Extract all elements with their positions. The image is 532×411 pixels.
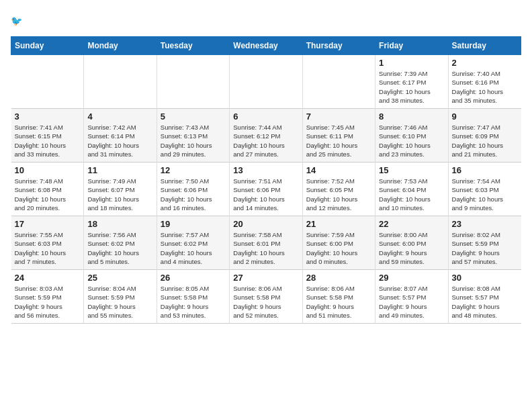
day-info: Sunrise: 7:52 AM Sunset: 6:05 PM Dayligh…	[306, 177, 371, 212]
day-info: Sunrise: 8:06 AM Sunset: 5:58 PM Dayligh…	[306, 284, 371, 320]
day-info: Sunrise: 7:57 AM Sunset: 6:02 PM Dayligh…	[161, 230, 226, 266]
calendar-day: 11Sunrise: 7:49 AM Sunset: 6:07 PM Dayli…	[84, 163, 157, 216]
calendar-day: 15Sunrise: 7:53 AM Sunset: 6:04 PM Dayli…	[375, 163, 448, 216]
day-info: Sunrise: 7:42 AM Sunset: 6:14 PM Dayligh…	[87, 123, 152, 158]
day-number: 6	[233, 111, 298, 122]
calendar-day: 17Sunrise: 7:55 AM Sunset: 6:03 PM Dayli…	[11, 216, 84, 270]
day-info: Sunrise: 7:53 AM Sunset: 6:04 PM Dayligh…	[379, 177, 444, 212]
calendar-day: 8Sunrise: 7:46 AM Sunset: 6:10 PM Daylig…	[375, 109, 448, 163]
day-info: Sunrise: 7:47 AM Sunset: 6:09 PM Dayligh…	[452, 123, 518, 158]
day-info: Sunrise: 7:59 AM Sunset: 6:00 PM Dayligh…	[306, 230, 371, 266]
calendar-day: 14Sunrise: 7:52 AM Sunset: 6:05 PM Dayli…	[302, 163, 375, 216]
day-number: 22	[379, 219, 444, 229]
calendar-day	[11, 55, 84, 109]
calendar-day: 3Sunrise: 7:41 AM Sunset: 6:15 PM Daylig…	[11, 109, 84, 163]
day-number: 11	[87, 165, 152, 175]
day-info: Sunrise: 7:41 AM Sunset: 6:15 PM Dayligh…	[15, 123, 81, 158]
day-number: 4	[87, 111, 152, 122]
day-number: 23	[452, 219, 518, 229]
day-info: Sunrise: 7:55 AM Sunset: 6:03 PM Dayligh…	[15, 230, 81, 266]
calendar-day: 12Sunrise: 7:50 AM Sunset: 6:06 PM Dayli…	[157, 163, 229, 216]
day-info: Sunrise: 7:58 AM Sunset: 6:01 PM Dayligh…	[233, 230, 298, 266]
day-number: 3	[15, 111, 81, 122]
day-number: 21	[306, 219, 371, 229]
weekday-header: Friday	[375, 37, 448, 55]
day-number: 7	[306, 111, 371, 122]
calendar-day: 20Sunrise: 7:58 AM Sunset: 6:01 PM Dayli…	[230, 216, 302, 270]
weekday-header: Wednesday	[230, 37, 302, 55]
calendar-day: 6Sunrise: 7:44 AM Sunset: 6:12 PM Daylig…	[230, 109, 302, 163]
calendar-week-row: 24Sunrise: 8:03 AM Sunset: 5:59 PM Dayli…	[11, 270, 521, 324]
calendar-day	[302, 55, 375, 109]
day-info: Sunrise: 8:04 AM Sunset: 5:59 PM Dayligh…	[87, 284, 152, 320]
day-number: 20	[233, 219, 298, 229]
day-info: Sunrise: 8:05 AM Sunset: 5:58 PM Dayligh…	[161, 284, 226, 320]
page-header: 🐦	[11, 11, 521, 30]
day-number: 13	[233, 165, 298, 175]
day-number: 5	[161, 111, 226, 122]
day-info: Sunrise: 7:54 AM Sunset: 6:03 PM Dayligh…	[452, 177, 518, 212]
calendar-day: 9Sunrise: 7:47 AM Sunset: 6:09 PM Daylig…	[448, 109, 521, 163]
calendar-day	[84, 55, 157, 109]
day-number: 8	[379, 111, 444, 122]
calendar-day: 18Sunrise: 7:56 AM Sunset: 6:02 PM Dayli…	[84, 216, 157, 270]
calendar-day: 28Sunrise: 8:06 AM Sunset: 5:58 PM Dayli…	[302, 270, 375, 324]
calendar-day	[230, 55, 302, 109]
day-number: 9	[452, 111, 518, 122]
day-info: Sunrise: 7:43 AM Sunset: 6:13 PM Dayligh…	[161, 123, 226, 158]
day-number: 2	[452, 58, 518, 68]
day-number: 12	[161, 165, 226, 175]
day-number: 1	[379, 58, 444, 68]
day-info: Sunrise: 8:02 AM Sunset: 5:59 PM Dayligh…	[452, 230, 518, 266]
calendar-day: 7Sunrise: 7:45 AM Sunset: 6:11 PM Daylig…	[302, 109, 375, 163]
day-info: Sunrise: 8:03 AM Sunset: 5:59 PM Dayligh…	[15, 284, 81, 320]
calendar-week-row: 3Sunrise: 7:41 AM Sunset: 6:15 PM Daylig…	[11, 109, 521, 163]
calendar-day: 24Sunrise: 8:03 AM Sunset: 5:59 PM Dayli…	[11, 270, 84, 324]
day-info: Sunrise: 7:56 AM Sunset: 6:02 PM Dayligh…	[87, 230, 152, 266]
weekday-header: Monday	[84, 37, 157, 55]
calendar-week-row: 10Sunrise: 7:48 AM Sunset: 6:08 PM Dayli…	[11, 163, 521, 216]
day-number: 24	[15, 273, 81, 283]
day-number: 28	[306, 273, 371, 283]
calendar-week-row: 1Sunrise: 7:39 AM Sunset: 6:17 PM Daylig…	[11, 55, 521, 109]
day-info: Sunrise: 7:45 AM Sunset: 6:11 PM Dayligh…	[306, 123, 371, 158]
day-info: Sunrise: 8:07 AM Sunset: 5:57 PM Dayligh…	[379, 284, 444, 320]
calendar-day: 21Sunrise: 7:59 AM Sunset: 6:00 PM Dayli…	[302, 216, 375, 270]
calendar-day: 25Sunrise: 8:04 AM Sunset: 5:59 PM Dayli…	[84, 270, 157, 324]
day-info: Sunrise: 7:46 AM Sunset: 6:10 PM Dayligh…	[379, 123, 444, 158]
day-number: 25	[87, 273, 152, 283]
calendar-day: 23Sunrise: 8:02 AM Sunset: 5:59 PM Dayli…	[448, 216, 521, 270]
calendar-table: SundayMondayTuesdayWednesdayThursdayFrid…	[11, 36, 521, 324]
calendar-day: 13Sunrise: 7:51 AM Sunset: 6:06 PM Dayli…	[230, 163, 302, 216]
calendar-day: 27Sunrise: 8:06 AM Sunset: 5:58 PM Dayli…	[230, 270, 302, 324]
calendar-day: 30Sunrise: 8:08 AM Sunset: 5:57 PM Dayli…	[448, 270, 521, 324]
weekday-header-row: SundayMondayTuesdayWednesdayThursdayFrid…	[11, 37, 521, 55]
calendar-day	[157, 55, 229, 109]
weekday-header: Sunday	[11, 37, 84, 55]
day-info: Sunrise: 7:48 AM Sunset: 6:08 PM Dayligh…	[15, 177, 81, 212]
day-info: Sunrise: 8:08 AM Sunset: 5:57 PM Dayligh…	[452, 284, 518, 320]
svg-text:🐦: 🐦	[11, 15, 23, 27]
day-number: 10	[15, 165, 81, 175]
day-number: 17	[15, 219, 81, 229]
weekday-header: Tuesday	[157, 37, 229, 55]
day-number: 27	[233, 273, 298, 283]
day-number: 30	[452, 273, 518, 283]
day-number: 16	[452, 165, 518, 175]
logo-icon: 🐦	[11, 11, 31, 30]
calendar-day: 2Sunrise: 7:40 AM Sunset: 6:16 PM Daylig…	[448, 55, 521, 109]
calendar-day: 16Sunrise: 7:54 AM Sunset: 6:03 PM Dayli…	[448, 163, 521, 216]
calendar-day: 29Sunrise: 8:07 AM Sunset: 5:57 PM Dayli…	[375, 270, 448, 324]
calendar-day: 1Sunrise: 7:39 AM Sunset: 6:17 PM Daylig…	[375, 55, 448, 109]
calendar-day: 4Sunrise: 7:42 AM Sunset: 6:14 PM Daylig…	[84, 109, 157, 163]
weekday-header: Saturday	[448, 37, 521, 55]
calendar-day: 22Sunrise: 8:00 AM Sunset: 6:00 PM Dayli…	[375, 216, 448, 270]
day-number: 26	[161, 273, 226, 283]
day-number: 14	[306, 165, 371, 175]
day-info: Sunrise: 7:44 AM Sunset: 6:12 PM Dayligh…	[233, 123, 298, 158]
day-info: Sunrise: 7:39 AM Sunset: 6:17 PM Dayligh…	[379, 69, 444, 105]
calendar-day: 26Sunrise: 8:05 AM Sunset: 5:58 PM Dayli…	[157, 270, 229, 324]
calendar-day: 10Sunrise: 7:48 AM Sunset: 6:08 PM Dayli…	[11, 163, 84, 216]
day-info: Sunrise: 7:51 AM Sunset: 6:06 PM Dayligh…	[233, 177, 298, 212]
day-info: Sunrise: 7:40 AM Sunset: 6:16 PM Dayligh…	[452, 69, 518, 105]
